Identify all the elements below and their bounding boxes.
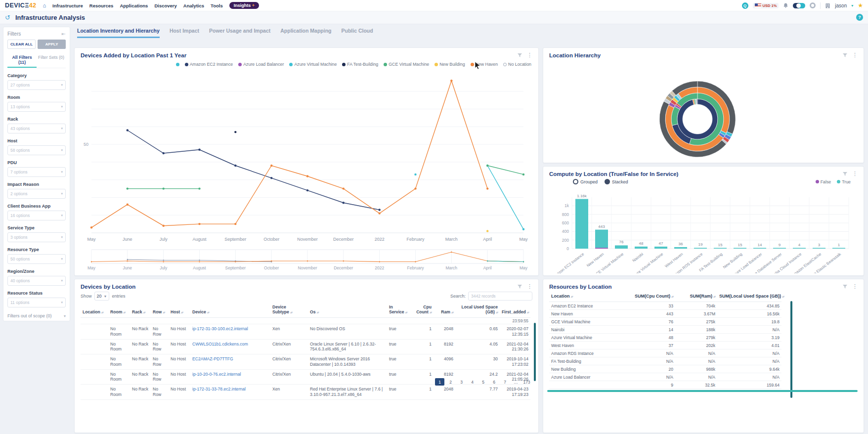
legend-item-gce-virtual-machine[interactable]: GCE Virtual Machine bbox=[384, 62, 429, 67]
page-5[interactable]: 5 bbox=[478, 378, 488, 386]
kebab-menu-icon[interactable]: ⋮ bbox=[852, 284, 858, 289]
nav-item-resources[interactable]: Resources bbox=[89, 3, 114, 8]
radio-grouped[interactable]: Grouped bbox=[573, 179, 598, 184]
filter-select[interactable]: 50 options▾ bbox=[7, 254, 66, 264]
page-3[interactable]: 3 bbox=[457, 378, 466, 386]
vertical-scrollbar[interactable] bbox=[534, 323, 536, 381]
collapse-sidebar-icon[interactable]: ⇤ bbox=[62, 31, 66, 37]
kebab-menu-icon[interactable]: ⋮ bbox=[527, 52, 532, 58]
kebab-menu-icon[interactable]: ⋮ bbox=[527, 284, 532, 289]
column-header-sum-cpu-count-[interactable]: SUM(Cpu Count)▴▾ bbox=[623, 292, 675, 302]
chevron-down-icon[interactable]: ▾ bbox=[851, 3, 853, 8]
notifications-icon[interactable] bbox=[783, 2, 788, 8]
tab-all-filters[interactable]: All Filters (11) bbox=[7, 53, 37, 68]
legend-item-no-location[interactable]: No Location bbox=[503, 62, 531, 67]
clear-all-button[interactable]: CLEAR ALL bbox=[7, 40, 36, 49]
nav-item-discovery[interactable]: Discovery bbox=[154, 3, 176, 8]
column-header-host[interactable]: Host▴▾ bbox=[169, 304, 190, 317]
settings-icon[interactable] bbox=[810, 2, 816, 8]
chart-navigator[interactable]: MayJuneJulyAugustSeptemberOctoberNovembe… bbox=[79, 249, 530, 272]
column-header-os[interactable]: Os▴▾ bbox=[308, 304, 387, 317]
device-link[interactable]: ip-172-31-33-78.ec2.internal bbox=[190, 385, 270, 399]
filter-funnel-icon[interactable] bbox=[842, 172, 848, 176]
support-icon[interactable]: Q bbox=[742, 2, 748, 9]
filters-out-of-scope[interactable]: Filters out of scope (0) ▾ bbox=[7, 313, 66, 318]
search-input[interactable] bbox=[468, 292, 532, 301]
filter-select[interactable]: 13 options▾ bbox=[7, 102, 66, 112]
column-header-sum-local-used-space-gb-[interactable]: SUM(Local Used Space (GB))▴▾ bbox=[717, 292, 781, 302]
filter-select[interactable]: 27 options▾ bbox=[7, 80, 66, 90]
nav-item-analytics[interactable]: Analytics bbox=[183, 3, 204, 8]
tab-public-cloud[interactable]: Public Cloud bbox=[342, 28, 373, 38]
line-chart[interactable]: 50MayJuneJulyAugustSeptemberOctoberNovem… bbox=[79, 70, 530, 250]
kebab-menu-icon[interactable]: ⋮ bbox=[852, 171, 858, 176]
filter-funnel-icon[interactable] bbox=[517, 284, 522, 289]
column-header-first-added[interactable]: First_added▴▾ bbox=[500, 304, 530, 317]
favorite-star-icon[interactable]: ★ bbox=[858, 2, 863, 8]
filter-funnel-icon[interactable] bbox=[842, 284, 848, 289]
device-link[interactable]: EC2AMAZ-PD7TTFG bbox=[190, 354, 270, 369]
device42-logo[interactable]: DEVICΞ42 bbox=[5, 2, 36, 9]
filter-select[interactable]: 2 options▾ bbox=[7, 189, 66, 199]
legend-item-fa-test-building[interactable]: FA Test-Building bbox=[342, 62, 378, 67]
legend-item-new-building[interactable]: New Building bbox=[434, 62, 465, 67]
user-menu[interactable]: jason bbox=[835, 3, 847, 8]
entries-select[interactable]: 20 ▼ bbox=[94, 292, 110, 301]
tab-filter-sets[interactable]: Filter Sets (0) bbox=[37, 53, 66, 68]
column-header-location[interactable]: Location▴▾ bbox=[549, 292, 623, 302]
history-back-icon[interactable]: ↺ bbox=[5, 14, 10, 21]
bar-chart[interactable]: 02004006008001k1.16kAmazon EC2 Instance4… bbox=[548, 190, 860, 273]
filter-select[interactable]: 16 options▾ bbox=[7, 211, 66, 220]
apply-button[interactable]: APPLY bbox=[38, 40, 66, 49]
device-link[interactable]: ip-10-20-0-76.ec2.internal bbox=[190, 369, 270, 384]
column-header-in-service[interactable]: In Service▴▾ bbox=[387, 304, 411, 317]
legend-item-amazon-ec2-instance[interactable]: Amazon EC2 Instance bbox=[185, 62, 233, 67]
kebab-menu-icon[interactable]: ⋮ bbox=[852, 52, 858, 58]
page-…[interactable]: … bbox=[511, 378, 521, 386]
device-link[interactable]: ip-172-31-30-100.ec2.internal bbox=[190, 324, 270, 339]
help-button[interactable]: ? bbox=[856, 14, 863, 21]
column-header-device[interactable]: Device▴▾ bbox=[190, 304, 270, 317]
currency-selector[interactable]: USD 1% bbox=[753, 3, 779, 8]
filter-select[interactable]: 11 options▾ bbox=[7, 298, 66, 307]
filter-select[interactable]: 3 options▾ bbox=[7, 232, 66, 242]
page-2[interactable]: 2 bbox=[446, 378, 455, 386]
horizontal-scrollbar[interactable] bbox=[547, 390, 858, 392]
page-1[interactable]: 1 bbox=[435, 378, 444, 386]
legend-item-azure-load-balancer[interactable]: Azure Load Balancer bbox=[238, 62, 284, 67]
column-header-device-subtype[interactable]: Device Subtype▴▾ bbox=[270, 304, 308, 317]
column-header-rack[interactable]: Rack▴▾ bbox=[130, 304, 151, 317]
column-header-sum-ram-[interactable]: SUM(Ram)▴▾ bbox=[675, 292, 717, 302]
filter-funnel-icon[interactable] bbox=[517, 53, 522, 58]
legend-item-new-haven[interactable]: New Haven bbox=[471, 62, 498, 67]
nav-item-tools[interactable]: Tools bbox=[211, 3, 223, 8]
filter-select[interactable]: 40 options▾ bbox=[7, 276, 66, 286]
tab-application-mapping[interactable]: Application Mapping bbox=[280, 28, 331, 38]
column-header-location[interactable]: Location▴▾ bbox=[81, 304, 108, 317]
legend-item-true[interactable]: True bbox=[837, 179, 851, 184]
legend-item-unnamed[interactable] bbox=[176, 63, 179, 66]
tab-location-inventory-and-hierarchy[interactable]: Location Inventory and Hierarchy bbox=[77, 28, 160, 38]
filter-funnel-icon[interactable] bbox=[842, 53, 848, 58]
device-link[interactable]: CWWLSO11b1.cdickens.com bbox=[190, 339, 270, 354]
nav-item-infrastructure[interactable]: Infrastructure bbox=[52, 3, 83, 8]
column-header-room[interactable]: Room▴▾ bbox=[108, 304, 130, 317]
organization-icon[interactable] bbox=[825, 3, 830, 8]
page-4[interactable]: 4 bbox=[468, 378, 477, 386]
page-6[interactable]: 6 bbox=[489, 378, 499, 386]
nav-item-applications[interactable]: Applications bbox=[120, 3, 148, 8]
sunburst-chart[interactable] bbox=[545, 62, 862, 162]
legend-item-false[interactable]: False bbox=[816, 179, 831, 184]
radio-stacked[interactable]: Stacked bbox=[605, 179, 628, 184]
vertical-scrollbar[interactable] bbox=[790, 301, 792, 398]
column-header-local-used-space-gb-[interactable]: Local Used Space (GB)▴▾ bbox=[455, 304, 500, 317]
filter-select[interactable]: 43 options▾ bbox=[7, 124, 66, 133]
home-icon[interactable]: ⌂ bbox=[43, 3, 46, 8]
tab-host-impact[interactable]: Host Impact bbox=[170, 28, 199, 38]
insights-button[interactable]: Insights + bbox=[229, 2, 259, 9]
page-173[interactable]: 173 bbox=[522, 378, 531, 386]
theme-toggle[interactable] bbox=[793, 3, 805, 8]
column-header-row[interactable]: Row▴▾ bbox=[151, 304, 169, 317]
legend-item-azure-virtual-machine[interactable]: Azure Virtual Machine bbox=[289, 62, 337, 67]
page-7[interactable]: 7 bbox=[500, 378, 510, 386]
